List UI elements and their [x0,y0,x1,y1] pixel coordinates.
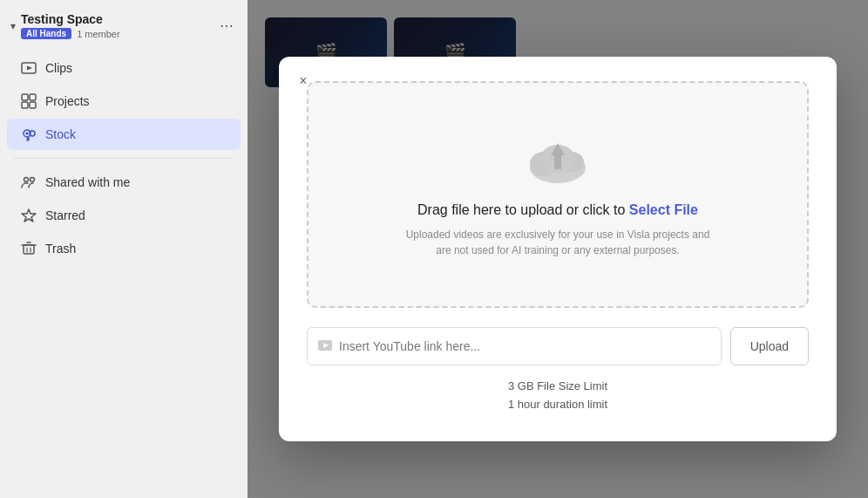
svg-rect-14 [24,245,34,254]
modal-overlay: × Drag file here to upload or click to S… [248,0,868,498]
youtube-link-input[interactable] [339,339,710,353]
sidebar-item-shared[interactable]: Shared with me [7,167,241,198]
svg-marker-13 [22,209,36,222]
workspace-header: ▾ Testing Space All Hands 1 member ⋯ [0,0,248,48]
sidebar-item-stock[interactable]: Stock [7,119,241,150]
workspace-badge[interactable]: All Hands [21,28,71,39]
workspace-chevron-icon[interactable]: ▾ [10,20,16,32]
svg-point-11 [24,178,29,182]
file-drop-zone[interactable]: Drag file here to upload or click to Sel… [307,81,809,308]
svg-marker-1 [27,66,32,71]
upload-button[interactable]: Upload [730,327,809,365]
shared-icon [21,174,37,190]
youtube-input-wrapper [307,327,722,365]
stock-icon [21,126,37,142]
stock-label: Stock [45,127,76,141]
clips-icon [21,60,37,76]
upload-modal: × Drag file here to upload or click to S… [279,57,837,442]
modal-close-button[interactable]: × [291,69,315,93]
projects-label: Projects [45,94,90,108]
sidebar: ▾ Testing Space All Hands 1 member ⋯ Cli… [0,0,248,498]
clips-label: Clips [45,61,72,75]
youtube-input-row: Upload [307,327,809,365]
projects-icon [21,93,37,109]
trash-icon [21,241,37,256]
workspace-name: Testing Space [21,12,211,26]
drop-zone-sub-text: Uploaded videos are exclusively for your… [406,227,710,258]
starred-label: Starred [45,208,85,222]
svg-point-7 [26,133,29,135]
shared-label: Shared with me [45,175,130,189]
workspace-members-count: 1 member [77,29,120,39]
youtube-icon [318,339,332,353]
svg-point-12 [31,178,35,182]
workspace-info: Testing Space All Hands 1 member [21,12,211,39]
sidebar-item-starred[interactable]: Starred [7,200,241,231]
svg-rect-5 [30,102,36,108]
trash-label: Trash [45,242,76,256]
main-content: 🎬 🎬 × Drag file here to upl [248,0,868,498]
upload-cloud-icon [523,131,593,187]
drop-zone-main-text: Drag file here to upload or click to Sel… [417,202,698,218]
sidebar-divider [14,158,234,159]
starred-icon [21,208,37,223]
sidebar-nav: Clips Projects [0,48,248,269]
svg-rect-2 [22,94,28,100]
file-size-limit: 3 GB File Size Limit [307,378,809,396]
workspace-badge-row: All Hands 1 member [21,28,211,39]
svg-rect-3 [30,94,36,100]
select-file-link[interactable]: Select File [629,202,698,217]
sidebar-item-projects[interactable]: Projects [7,85,241,117]
svg-rect-4 [22,102,28,108]
duration-limit: 1 hour duration limit [307,396,809,414]
sidebar-item-trash[interactable]: Trash [7,233,241,264]
limits-info: 3 GB File Size Limit 1 hour duration lim… [307,378,809,414]
workspace-menu-button[interactable]: ⋯ [216,14,237,38]
sidebar-item-clips[interactable]: Clips [7,52,241,84]
